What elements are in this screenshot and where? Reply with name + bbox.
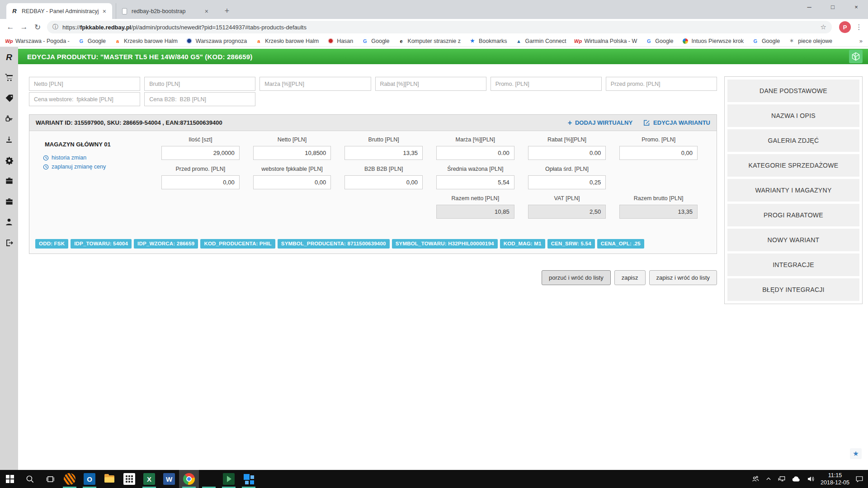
netto-value-input[interactable] — [253, 146, 331, 160]
rabat-input[interactable] — [375, 77, 486, 91]
sidebar-item-galeria-zdjec[interactable]: GALERIA ZDJĘĆ — [727, 129, 859, 152]
taskbar-app-chrome[interactable] — [179, 470, 199, 488]
oplata-srd-input[interactable] — [528, 175, 606, 189]
abandon-button[interactable]: porzuć i wróć do listy — [542, 270, 611, 285]
taskbar-app-word[interactable]: W — [159, 470, 179, 488]
taskbar-app-outlook[interactable]: O — [80, 470, 99, 488]
bookmark-item[interactable]: GGoogle — [645, 38, 673, 45]
webstore-value-input[interactable] — [253, 175, 331, 189]
close-tab-icon[interactable]: × — [101, 8, 108, 15]
minimize-button[interactable]: ─ — [797, 0, 821, 14]
user-icon[interactable] — [0, 215, 18, 229]
cena-webstore-input[interactable] — [29, 92, 140, 106]
bookmark-item[interactable]: WpWarszawa - Pogoda - — [5, 38, 70, 45]
profile-avatar[interactable]: P — [839, 21, 851, 33]
cart-icon[interactable] — [0, 70, 18, 84]
ilosc-input[interactable] — [161, 146, 240, 160]
sidebar-item-nazwa-i-opis[interactable]: NAZWA I OPIS — [727, 104, 859, 127]
briefcase-icon[interactable] — [0, 174, 18, 187]
reload-icon[interactable]: ↻ — [31, 20, 44, 34]
package-cube-icon[interactable] — [849, 50, 863, 63]
tab-redbay-admin[interactable]: R REDBAY - Panel Administracyjny × — [6, 3, 112, 19]
sidebar-item-dane-podstawowe[interactable]: DANE PODSTAWOWE — [727, 80, 859, 102]
volume-icon[interactable] — [807, 475, 815, 483]
marza-value-input[interactable] — [436, 146, 514, 160]
url-bar[interactable]: ⓘ https://fpkkable.redbay.pl/pl/admin/pr… — [47, 21, 832, 33]
new-tab-button[interactable]: + — [221, 5, 233, 17]
brutto-input[interactable] — [144, 77, 255, 91]
bookmark-item[interactable]: WpWirtualna Polska - W — [575, 38, 637, 45]
task-view-button[interactable] — [40, 470, 60, 488]
taskbar-app-winrar[interactable] — [199, 470, 219, 488]
bookmark-item[interactable]: aKrzesło barowe Halm — [114, 38, 178, 45]
brutto-value-input[interactable] — [344, 146, 423, 160]
taskbar-app-blue-tiles[interactable] — [239, 470, 259, 488]
onedrive-cloud-icon[interactable] — [792, 476, 801, 482]
save-and-back-button[interactable]: zapisz i wróć do listy — [649, 270, 717, 285]
sidebar-item-kategorie[interactable]: KATEGORIE SPRZEDAŻOWE — [727, 154, 859, 177]
rabat-value-input[interactable] — [528, 146, 606, 160]
taskbar-app-explorer[interactable] — [99, 470, 119, 488]
bookmark-item[interactable]: ★Bookmarks — [469, 38, 507, 45]
bookmark-item[interactable]: GGoogle — [752, 38, 780, 45]
edit-variant-button[interactable]: EDYCJA WARIANTU — [643, 119, 710, 126]
save-button[interactable]: zapisz — [614, 270, 646, 285]
bookmark-star-icon[interactable]: ☆ — [821, 23, 826, 31]
add-virtual-button[interactable]: + DODAJ WIRTUALNY — [568, 119, 632, 127]
przed-promo-input[interactable] — [606, 77, 717, 91]
maximize-button[interactable]: □ — [821, 0, 844, 14]
gear-icon[interactable] — [0, 154, 18, 167]
back-icon[interactable]: ← — [4, 20, 17, 34]
sidebar-item-warianty[interactable]: WARIANTY I MAGAZYNY — [727, 179, 859, 202]
bookmark-item[interactable]: ▲Garmin Connect — [515, 38, 566, 45]
close-window-button[interactable]: × — [844, 0, 868, 14]
logout-icon[interactable] — [0, 236, 18, 249]
taskbar-app-striped-ball[interactable] — [60, 470, 80, 488]
bookmark-item[interactable]: Hasan — [327, 38, 353, 45]
b2b-value-input[interactable] — [344, 175, 423, 189]
przed-promo-value-input[interactable] — [161, 175, 240, 189]
promo-value-input[interactable] — [619, 146, 698, 160]
tag-icon[interactable] — [0, 91, 18, 105]
download-icon[interactable] — [0, 133, 18, 146]
bookmark-item[interactable]: ✶piece olejowe — [788, 38, 832, 45]
srednia-wazona-input[interactable] — [436, 175, 514, 189]
search-button[interactable] — [20, 470, 40, 488]
bookmark-item[interactable]: GGoogle — [361, 38, 389, 45]
bookmarks-overflow-icon[interactable]: » — [859, 38, 863, 44]
briefcase2-icon[interactable] — [0, 194, 18, 208]
document-favicon-icon — [121, 8, 128, 15]
taskbar-app-calculator[interactable] — [119, 470, 139, 488]
marza-input[interactable] — [259, 77, 371, 91]
tab-redbay-b2b[interactable]: redbay-b2b-bootstrap × — [116, 3, 214, 19]
bookmark-item[interactable]: aKrzesło barowe Halm — [255, 38, 319, 45]
taskbar-app-excel[interactable]: X — [139, 470, 159, 488]
favorite-star-fab[interactable]: ★ — [850, 448, 862, 459]
taskbar-app-green-play[interactable] — [219, 470, 239, 488]
promo-input[interactable] — [491, 77, 602, 91]
sidebar-item-progi-rabatowe[interactable]: PROGI RABATOWE — [727, 204, 859, 226]
network-icon[interactable] — [778, 475, 786, 483]
hand-point-icon[interactable] — [0, 112, 18, 126]
people-icon[interactable] — [751, 475, 760, 483]
sidebar-item-bledy-integracji[interactable]: BŁĘDY INTEGRACJI — [727, 278, 859, 301]
sidebar-item-nowy-wariant[interactable]: NOWY WARIANT — [727, 229, 859, 251]
cena-b2b-input[interactable] — [144, 92, 255, 106]
site-info-icon[interactable]: ⓘ — [52, 23, 58, 31]
taskbar-clock[interactable]: 11:15 2018-12-05 — [821, 472, 849, 487]
forward-icon[interactable]: → — [17, 20, 31, 34]
menu-kebab-icon[interactable]: ⋮ — [854, 23, 864, 31]
close-tab-icon[interactable]: × — [203, 8, 210, 15]
bookmark-item[interactable]: Intuos Pierwsze krok — [682, 38, 744, 45]
action-center-icon[interactable] — [855, 475, 863, 483]
schedule-price-link[interactable]: zaplanuj zmianę ceny — [43, 164, 106, 170]
history-link[interactable]: historia zmian — [43, 155, 86, 161]
sidebar-item-integracje[interactable]: INTEGRACJE — [727, 253, 859, 276]
bookmark-item[interactable]: Warszawa prognoza — [186, 38, 247, 45]
bookmark-item[interactable]: eKomputer strasznie z — [398, 38, 461, 45]
bookmark-item[interactable]: GGoogle — [78, 38, 106, 45]
tray-chevron-up-icon[interactable] — [765, 476, 772, 482]
netto-input[interactable] — [29, 77, 140, 91]
razem-brutto-input — [619, 205, 698, 219]
start-button[interactable] — [0, 470, 20, 488]
